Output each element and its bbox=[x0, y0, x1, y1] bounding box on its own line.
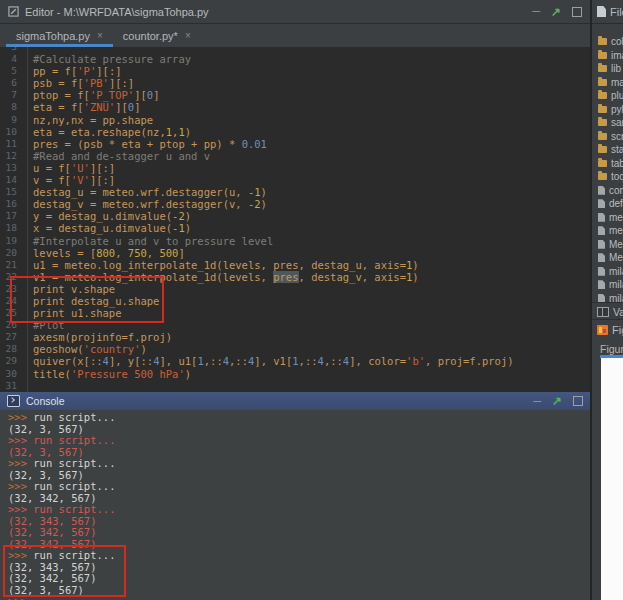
tree-item-me[interactable]: me bbox=[592, 224, 623, 238]
code-line-17[interactable]: 17y = destag_u.dimvalue(-2) bbox=[0, 210, 590, 222]
tree-item-col[interactable]: col bbox=[592, 35, 623, 49]
files-panel-header[interactable]: File bbox=[592, 0, 623, 24]
folder-icon bbox=[598, 119, 607, 126]
line-number: 10 bbox=[0, 126, 17, 138]
code-line-26[interactable]: 26#Plot bbox=[0, 319, 590, 331]
tree-item-ma[interactable]: ma bbox=[592, 76, 623, 90]
tree-item-tab[interactable]: tab bbox=[592, 157, 623, 171]
variables-panel-header[interactable]: Va bbox=[592, 302, 623, 320]
code-line-7[interactable]: 7ptop = f['P_TOP'][0] bbox=[0, 89, 590, 101]
tree-item-too[interactable]: too bbox=[592, 170, 623, 184]
tree-item-def[interactable]: def bbox=[592, 197, 623, 211]
tab-sigmaTohpa-py[interactable]: sigmaTohpa.py× bbox=[6, 24, 113, 47]
line-number: 28 bbox=[0, 343, 17, 355]
tree-item-mila[interactable]: mila bbox=[592, 278, 623, 292]
code-line-13[interactable]: 13u = f['U'][:] bbox=[0, 162, 590, 174]
line-number: 7 bbox=[0, 89, 17, 101]
console-minimize-icon[interactable]: ─ bbox=[533, 396, 541, 407]
tree-item-Me[interactable]: Me bbox=[592, 238, 623, 252]
console-row: >>> bbox=[8, 596, 590, 600]
code-text: #Read and de-stagger u and v bbox=[33, 150, 210, 162]
code-text: print v.shape bbox=[33, 283, 115, 295]
code-text: #Plot bbox=[33, 319, 65, 331]
tab-countor-py-[interactable]: countor.py*× bbox=[113, 24, 201, 47]
external-window-icon[interactable]: ↗ bbox=[551, 6, 561, 18]
tree-item-label: mila bbox=[609, 279, 623, 290]
code-line-14[interactable]: 14v = f['V'][:] bbox=[0, 174, 590, 186]
console-output[interactable]: >>> run script...(32, 3, 567)>>> run scr… bbox=[0, 410, 590, 600]
tree-item-scri[interactable]: scri bbox=[592, 130, 623, 144]
tree-item-me[interactable]: me bbox=[592, 211, 623, 225]
line-number: 25 bbox=[0, 307, 17, 319]
code-line-23[interactable]: 23print v.shape bbox=[0, 283, 590, 295]
tree-item-sam[interactable]: sam bbox=[592, 116, 623, 130]
code-line-28[interactable]: 28geoshow('country') bbox=[0, 343, 590, 355]
console-external-icon[interactable]: ↗ bbox=[552, 395, 562, 407]
tree-item-mila[interactable]: mila bbox=[592, 265, 623, 279]
gutter-separator bbox=[17, 101, 28, 113]
code-line-27[interactable]: 27axesm(projinfo=f.proj) bbox=[0, 331, 590, 343]
code-line-12[interactable]: 12#Read and de-stagger u and v bbox=[0, 150, 590, 162]
tree-item-pyli[interactable]: pyli bbox=[592, 103, 623, 117]
minimize-icon[interactable]: ─ bbox=[532, 6, 540, 17]
line-number: 13 bbox=[0, 162, 17, 174]
gutter-separator bbox=[17, 65, 28, 77]
code-line-20[interactable]: 20levels = [800, 750, 500] bbox=[0, 247, 590, 259]
code-line-19[interactable]: 19#Interpolate u and v to pressure level bbox=[0, 235, 590, 247]
console-maximize-icon[interactable] bbox=[573, 396, 583, 406]
gutter-separator bbox=[17, 53, 28, 65]
code-line-18[interactable]: 18x = destag_u.dimvalue(-1) bbox=[0, 222, 590, 234]
code-line-5[interactable]: 5pp = f['P'][:] bbox=[0, 65, 590, 77]
tree-item-ima[interactable]: ima bbox=[592, 49, 623, 63]
code-line-31[interactable]: 31 bbox=[0, 380, 590, 392]
figures-tab[interactable]: Figur bbox=[592, 339, 623, 358]
file-tree: colimalibmaplupylisamscristattabtooconde… bbox=[592, 24, 623, 314]
line-number: 17 bbox=[0, 210, 17, 222]
figure-canvas[interactable] bbox=[601, 358, 623, 600]
variables-panel-title: Va bbox=[613, 306, 623, 318]
code-editor[interactable]: 34#Calculate pressure array5pp = f['P'][… bbox=[0, 47, 590, 392]
code-line-9[interactable]: 9nz,ny,nx = pp.shape bbox=[0, 114, 590, 126]
tab-close-icon[interactable]: × bbox=[97, 30, 103, 41]
tree-item-lib[interactable]: lib bbox=[592, 62, 623, 76]
console-prompt: >>> bbox=[8, 411, 33, 423]
tree-item-label: ima bbox=[611, 50, 623, 61]
file-icon bbox=[598, 280, 605, 289]
code-line-30[interactable]: 30title('Pressure 500 hPa') bbox=[0, 368, 590, 380]
figures-panel-header[interactable]: Figu bbox=[592, 319, 623, 340]
code-line-10[interactable]: 10eta = eta.reshape(nz,1,1) bbox=[0, 126, 590, 138]
tree-item-label: sam bbox=[611, 117, 623, 128]
tree-item-Me[interactable]: Me bbox=[592, 251, 623, 265]
tab-close-icon[interactable]: × bbox=[185, 30, 191, 41]
code-line-4[interactable]: 4#Calculate pressure array bbox=[0, 53, 590, 65]
gutter-separator bbox=[17, 319, 28, 331]
code-line-11[interactable]: 11pres = (psb * eta + ptop + pp) * 0.01 bbox=[0, 138, 590, 150]
line-number: 30 bbox=[0, 368, 17, 380]
code-text: ptop = f['P_TOP'][0] bbox=[33, 89, 159, 101]
code-text: axesm(projinfo=f.proj) bbox=[33, 331, 172, 343]
code-text: #Interpolate u and v to pressure level bbox=[33, 235, 273, 247]
code-line-15[interactable]: 15destag_u = meteo.wrf.destagger(u, -1) bbox=[0, 186, 590, 198]
code-line-6[interactable]: 6psb = f['PB'][:] bbox=[0, 77, 590, 89]
console-title: Console bbox=[26, 395, 65, 407]
code-text: destag_v = meteo.wrf.destagger(v, -2) bbox=[33, 198, 267, 210]
files-panel-title: File bbox=[610, 6, 623, 18]
code-line-21[interactable]: 21u1 = meteo.log_interpolate_1d(levels, … bbox=[0, 259, 590, 271]
code-text: y = destag_u.dimvalue(-2) bbox=[33, 210, 191, 222]
code-line-22[interactable]: 22v1 = meteo.log_interpolate_1d(levels, … bbox=[0, 271, 590, 283]
folder-icon bbox=[598, 146, 607, 153]
code-text: u1 = meteo.log_interpolate_1d(levels, pr… bbox=[33, 259, 419, 271]
line-number: 5 bbox=[0, 65, 17, 77]
maximize-icon[interactable] bbox=[572, 7, 582, 17]
tree-item-stat[interactable]: stat bbox=[592, 143, 623, 157]
code-line-29[interactable]: 29quiver(x[::4], y[::4], u1[1,::4,::4], … bbox=[0, 355, 590, 367]
console-header[interactable]: Console ─ ↗ bbox=[0, 392, 590, 410]
code-line-24[interactable]: 24print destag_u.shape bbox=[0, 295, 590, 307]
gutter-separator bbox=[17, 126, 28, 138]
code-line-16[interactable]: 16destag_v = meteo.wrf.destagger(v, -2) bbox=[0, 198, 590, 210]
tree-item-plu[interactable]: plu bbox=[592, 89, 623, 103]
code-line-8[interactable]: 8eta = f['ZNU'][0] bbox=[0, 101, 590, 113]
tree-item-con[interactable]: con bbox=[592, 184, 623, 198]
code-line-25[interactable]: 25print u1.shape bbox=[0, 307, 590, 319]
tree-item-label: mila bbox=[609, 266, 623, 277]
